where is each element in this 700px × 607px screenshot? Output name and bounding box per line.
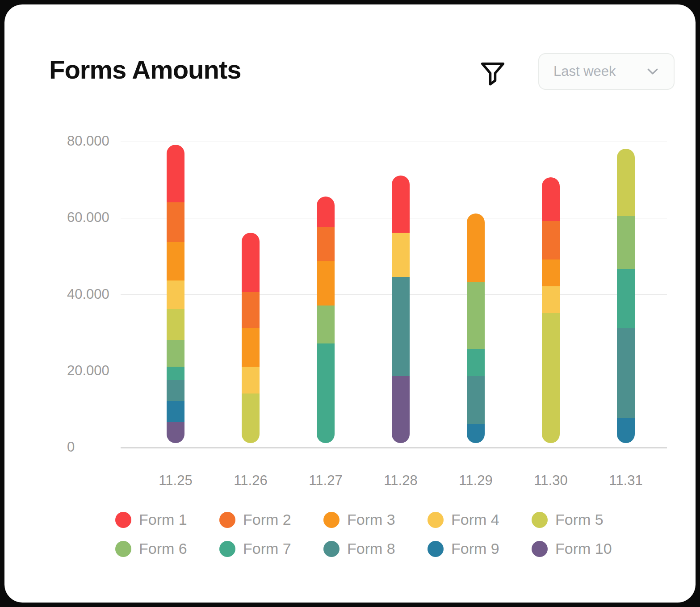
legend-marker-icon [323,541,340,557]
legend-marker-icon [115,512,131,528]
bar-segment-form-3[interactable] [317,261,335,305]
bar-segment-form-2[interactable] [542,221,560,260]
bar-segment-form-5[interactable] [242,394,260,443]
legend-marker-icon [323,512,340,528]
legend-marker-icon [428,541,444,557]
bar-segment-form-8[interactable] [392,277,410,377]
bar-segment-form-6[interactable] [467,282,485,349]
legend-label: Form 3 [347,511,395,528]
dashboard-card: Forms Amounts Last week 020.00040.00060.… [4,4,696,603]
x-axis-label: 11.31 [595,473,657,489]
bar-11.25[interactable] [167,145,184,443]
bar-segment-form-5[interactable] [167,309,184,340]
bar-segment-form-8[interactable] [167,380,184,401]
legend-marker-icon [219,541,235,557]
bar-segment-form-4[interactable] [242,367,260,394]
bar-segment-form-1[interactable] [167,145,184,202]
bar-segment-form-2[interactable] [167,202,184,243]
bar-segment-form-3[interactable] [467,213,485,282]
bar-segment-form-10[interactable] [167,422,184,443]
legend-marker-icon [219,512,235,528]
x-axis-label: 11.25 [144,473,207,489]
legend-item-form-9[interactable]: Form 9 [428,540,532,557]
legend-label: Form 1 [139,511,187,528]
bar-11.30[interactable] [542,177,560,443]
x-axis-line [121,447,667,448]
x-axis-label: 11.29 [444,473,507,489]
gridline [121,142,667,142]
legend-label: Form 6 [139,540,187,557]
bar-segment-form-4[interactable] [167,280,184,309]
bar-segment-form-2[interactable] [317,227,335,261]
legend-marker-icon [532,541,548,557]
bar-segment-form-1[interactable] [242,233,260,292]
bar-segment-form-1[interactable] [542,177,560,221]
legend-label: Form 4 [451,511,499,528]
bar-segment-form-7[interactable] [167,367,184,380]
bar-segment-form-3[interactable] [542,260,560,286]
bar-segment-form-2[interactable] [242,292,260,328]
bar-11.29[interactable] [467,213,485,443]
bar-segment-form-7[interactable] [617,269,635,328]
legend-item-form-10[interactable]: Form 10 [532,540,636,557]
bar-11.27[interactable] [317,197,335,443]
bar-segment-form-5[interactable] [542,313,560,443]
legend-item-form-5[interactable]: Form 5 [532,511,636,528]
legend-item-form-6[interactable]: Form 6 [115,540,219,557]
x-axis-label: 11.30 [520,473,582,489]
x-axis-label: 11.26 [219,473,282,489]
y-axis-label: 40.000 [67,286,121,302]
bar-segment-form-6[interactable] [617,216,635,269]
bar-segment-form-3[interactable] [242,328,260,367]
legend-marker-icon [532,512,548,528]
legend-item-form-8[interactable]: Form 8 [323,540,428,557]
bar-11.28[interactable] [392,176,410,443]
bar-segment-form-8[interactable] [617,328,635,418]
bar-11.26[interactable] [242,233,260,443]
bar-segment-form-1[interactable] [317,197,335,227]
bar-segment-form-7[interactable] [467,349,485,376]
bar-segment-form-9[interactable] [467,424,485,443]
legend-item-form-1[interactable]: Form 1 [115,511,219,528]
bar-segment-form-6[interactable] [167,340,184,367]
legend-item-form-4[interactable]: Form 4 [428,511,532,528]
legend-item-form-7[interactable]: Form 7 [219,540,323,557]
legend-label: Form 10 [555,540,612,557]
bar-segment-form-10[interactable] [392,376,410,443]
legend-item-form-2[interactable]: Form 2 [219,511,323,528]
legend-marker-icon [428,512,444,528]
x-axis-label: 11.28 [369,473,432,489]
bar-segment-form-9[interactable] [617,418,635,443]
y-axis-label: 60.000 [67,209,121,226]
x-axis-label: 11.27 [294,473,357,489]
y-axis-label: 0 [67,439,121,455]
legend-label: Form 8 [347,540,395,557]
bar-11.31[interactable] [617,149,635,443]
y-axis-label: 80.000 [67,133,121,149]
chart-legend: Form 1Form 2Form 3Form 4Form 5Form 6Form… [115,511,636,557]
legend-label: Form 9 [451,540,499,557]
bar-segment-form-1[interactable] [392,176,410,233]
y-axis-label: 20.000 [67,363,121,379]
legend-label: Form 5 [555,511,604,528]
bar-segment-form-4[interactable] [542,286,560,313]
bar-segment-form-9[interactable] [167,401,184,422]
legend-marker-icon [115,541,131,557]
bar-segment-form-4[interactable] [392,233,410,276]
bar-segment-form-8[interactable] [467,376,485,424]
legend-item-form-3[interactable]: Form 3 [323,511,428,528]
bar-segment-form-3[interactable] [167,242,184,280]
bar-segment-form-7[interactable] [317,343,335,443]
legend-label: Form 2 [243,511,291,528]
bar-segment-form-5[interactable] [617,149,635,216]
legend-label: Form 7 [243,540,291,557]
page-background: Forms Amounts Last week 020.00040.00060.… [0,0,700,607]
bar-segment-form-6[interactable] [317,306,335,344]
